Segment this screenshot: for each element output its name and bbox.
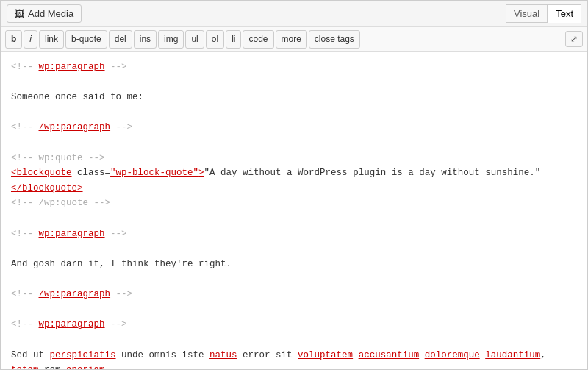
tab-text[interactable]: Text <box>548 4 581 23</box>
line-blank-6 <box>11 272 577 288</box>
line-blank-5 <box>11 241 577 257</box>
format-img[interactable]: img <box>158 30 184 49</box>
format-ins[interactable]: ins <box>134 30 157 49</box>
format-bold[interactable]: b <box>5 30 22 49</box>
tab-visual[interactable]: Visual <box>506 4 548 23</box>
format-close-tags[interactable]: close tags <box>309 30 360 49</box>
line-blank-1 <box>11 74 577 90</box>
add-media-icon: 🖼 <box>15 8 24 19</box>
format-bquote[interactable]: b-quote <box>65 30 107 49</box>
format-ul[interactable]: ul <box>185 30 204 49</box>
line-text-1: Someone once said to me: <box>11 90 577 105</box>
line-blank-2 <box>11 105 577 121</box>
format-del[interactable]: del <box>109 30 132 49</box>
format-code[interactable]: code <box>243 30 273 49</box>
view-tabs: Visual Text <box>506 4 581 23</box>
add-media-button[interactable]: 🖼 Add Media <box>7 4 82 23</box>
line-blank-3 <box>11 135 577 151</box>
add-media-label: Add Media <box>28 8 74 19</box>
format-toolbar: b i link b-quote del ins img ul ol li co… <box>1 27 587 52</box>
tag-wp-paragraph: wp:paragraph <box>39 62 105 72</box>
format-more[interactable]: more <box>276 30 307 49</box>
format-italic[interactable]: i <box>24 30 37 49</box>
line-blank-7 <box>11 302 577 318</box>
line-text-2: And gosh darn it, I think they're right. <box>11 257 577 272</box>
line-comment-2: <!-- /wp:paragraph --> <box>11 120 577 135</box>
line-comment-7: <!-- wp:paragraph --> <box>11 317 577 332</box>
expand-button[interactable]: ⤢ <box>565 31 583 47</box>
content-area[interactable]: <!-- wp:paragraph --> Someone once said … <box>1 52 587 369</box>
line-blockquote: <blockquote class="wp-block-quote">"A da… <box>11 166 577 196</box>
top-toolbar: 🖼 Add Media Visual Text <box>1 1 587 27</box>
line-comment-3: <!-- wp:quote --> <box>11 151 577 166</box>
format-link[interactable]: link <box>39 30 64 49</box>
line-comment-5: <!-- wp:paragraph --> <box>11 227 577 242</box>
line-blank-8 <box>11 332 577 348</box>
line-long-para: Sed ut perspiciatis unde omnis iste natu… <box>11 348 577 369</box>
line-comment-4: <!-- /wp:quote --> <box>11 196 577 211</box>
editor-wrapper: 🖼 Add Media Visual Text b i link b-quote… <box>0 0 588 370</box>
line-comment-6: <!-- /wp:paragraph --> <box>11 287 577 302</box>
line-blank-4 <box>11 211 577 227</box>
line-comment-1: <!-- wp:paragraph --> <box>11 60 577 75</box>
format-li[interactable]: li <box>226 30 241 49</box>
format-ol[interactable]: ol <box>206 30 224 49</box>
